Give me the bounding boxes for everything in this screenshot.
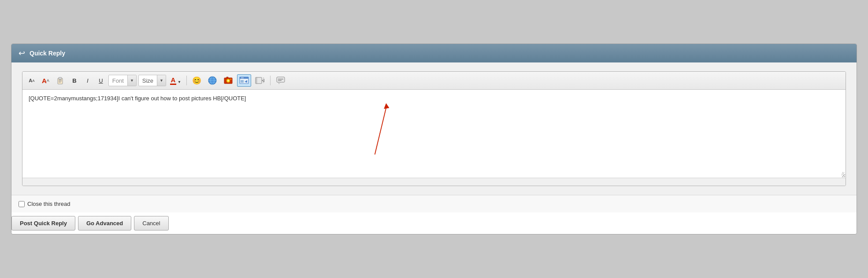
editor-wrapper: AA AA [22,71,846,186]
panel-title: Quick Reply [30,50,65,57]
svg-point-14 [230,79,231,80]
svg-rect-24 [263,80,264,81]
color-button[interactable]: A ▼ [168,75,183,86]
panel-header: ↩ Quick Reply [11,44,857,62]
svg-rect-18 [241,80,244,83]
svg-point-12 [227,80,229,82]
svg-rect-28 [278,79,283,80]
post-quick-reply-button[interactable]: Post Quick Reply [11,216,75,230]
font-size-decrease-button[interactable]: AA [26,75,37,86]
editor-toolbar: AA AA [22,72,846,90]
bold-button[interactable]: B [69,75,80,86]
color-letter: A [171,76,176,84]
size-label: Size [139,77,157,84]
go-advanced-button[interactable]: Go Advanced [78,216,131,230]
actions-bar: Post Quick Reply Go Advanced Cancel [11,212,857,234]
panel-footer: Close this thread [11,195,857,212]
quote-button[interactable] [274,74,288,87]
editor-status-bar [22,178,846,186]
font-dropdown-arrow[interactable]: ▼ [127,75,136,86]
underline-button[interactable]: U [95,75,107,86]
italic-button[interactable]: I [82,75,93,86]
svg-rect-2 [59,80,62,80]
font-selector[interactable]: Font ▼ [108,75,137,86]
font-label: Font [109,77,127,84]
color-dropdown-arrow: ▼ [178,80,181,84]
editor-outer: AA AA [22,71,846,186]
back-icon: ↩ [19,48,25,58]
paste-button[interactable] [54,75,67,86]
svg-rect-22 [256,77,257,84]
size-selector[interactable]: Size ▼ [138,75,166,86]
post-image-button[interactable] [237,74,251,87]
svg-rect-26 [277,77,285,82]
quick-reply-panel: ↩ Quick Reply AA AA [11,44,857,234]
emoji-button[interactable]: 😊 [190,75,204,87]
close-thread-label[interactable]: Close this thread [19,201,70,207]
cancel-button[interactable]: Cancel [134,216,168,230]
svg-rect-29 [278,80,282,81]
insert-image-button[interactable] [221,74,235,87]
font-size-increase-button[interactable]: AA [39,75,52,86]
svg-rect-4 [59,82,61,82]
separator-2 [270,76,271,85]
panel-body: AA AA [11,62,857,195]
separator-1 [186,76,187,85]
text-area-region: [QUOTE=2manymustangs;171934]I can't figu… [22,90,846,178]
svg-rect-1 [59,77,62,79]
close-thread-checkbox[interactable] [19,201,25,207]
svg-rect-3 [59,81,62,81]
reply-textarea[interactable]: [QUOTE=2manymustangs;171934]I can't figu… [22,90,846,178]
svg-rect-25 [263,82,264,83]
svg-rect-13 [226,77,228,78]
insert-link-button[interactable] [205,74,219,87]
svg-rect-23 [263,77,264,79]
insert-video-button[interactable] [253,74,267,87]
color-indicator [170,84,176,85]
size-dropdown-arrow[interactable]: ▼ [157,75,166,86]
svg-marker-27 [278,82,280,84]
